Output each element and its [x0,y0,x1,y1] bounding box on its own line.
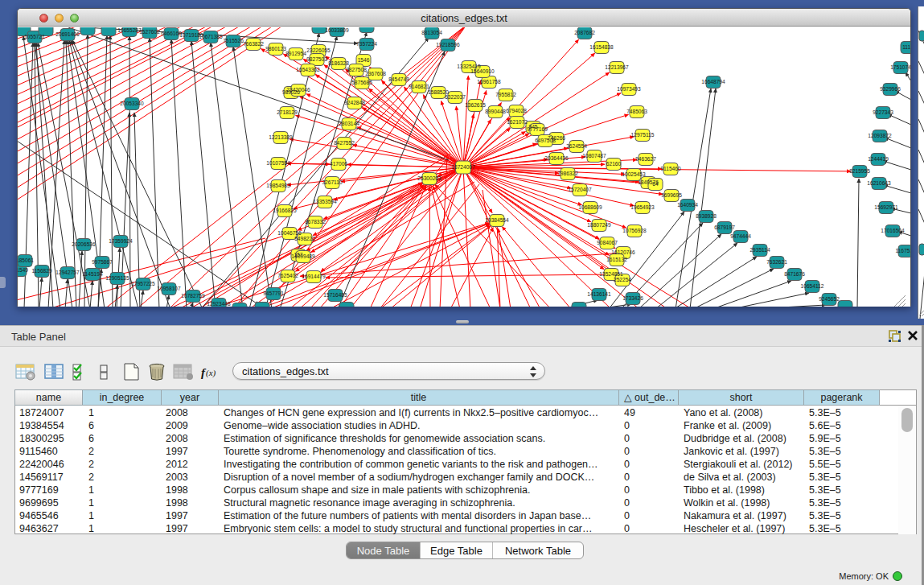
svg-text:12905135: 12905135 [105,275,129,281]
svg-text:16961758: 16961758 [477,79,501,84]
svg-text:2718129: 2718129 [277,109,298,115]
svg-text:7632621: 7632621 [766,259,787,265]
svg-text:18807249: 18807249 [587,222,611,228]
svg-text:10654112: 10654112 [801,283,824,289]
svg-text:3624554: 3624554 [566,143,587,149]
svg-text:9699695: 9699695 [661,192,682,198]
svg-text:1733426: 1733426 [622,295,643,301]
svg-text:10046756: 10046756 [277,230,302,236]
svg-text:2935114: 2935114 [749,247,770,253]
svg-text:10756928: 10756928 [622,228,647,233]
svg-text:1751074: 1751074 [890,64,910,70]
svg-text:2087682: 2087682 [574,30,595,35]
svg-text:1055721: 1055721 [24,34,45,39]
svg-text:12213967: 12213967 [605,64,629,70]
svg-text:6794028: 6794028 [506,108,527,113]
svg-text:13524851: 13524851 [599,271,623,277]
svg-text:10655287: 10655287 [117,27,142,33]
svg-text:2367608: 2367608 [365,71,386,76]
svg-text:19166825: 19166825 [273,208,297,213]
svg-text:9084067: 9084067 [597,240,618,245]
svg-text:185061: 185061 [18,257,34,263]
svg-text:12213389: 12213389 [269,134,293,140]
svg-text:8678332: 8678332 [305,219,326,225]
svg-text:3267110: 3267110 [322,179,343,185]
svg-text:9777169: 9777169 [527,126,548,132]
svg-text:10973493: 10973493 [617,86,641,92]
svg-text:9827508: 9827508 [346,67,367,72]
svg-text:8427552: 8427552 [334,140,355,146]
svg-text:20691406: 20691406 [55,31,80,37]
svg-text:8471676: 8471676 [784,271,805,277]
svg-text:16154838: 16154838 [589,44,614,50]
svg-text:7485063: 7485063 [626,109,647,114]
svg-text:9245652: 9245652 [819,296,840,302]
svg-text:10958107: 10958107 [157,286,181,291]
svg-text:8990448: 8990448 [485,109,506,114]
svg-text:1615132: 1615132 [606,257,627,262]
svg-text:7955812: 7955812 [495,92,516,97]
svg-text:8813054: 8813054 [421,30,442,35]
svg-text:16543362: 16543362 [296,67,320,72]
svg-text:9860123: 9860123 [265,46,286,51]
svg-text:6466160: 6466160 [161,31,182,36]
svg-text:14136141: 14136141 [587,291,611,297]
svg-text:(x): (x) [206,368,216,378]
svg-text:8186328: 8186328 [328,60,349,66]
svg-text:5498222: 5498222 [294,236,315,241]
svg-text:2803144: 2803144 [339,121,359,126]
svg-text:16782759: 16782759 [181,293,205,299]
svg-text:9146821: 9146821 [409,84,429,89]
svg-text:6879197: 6879197 [714,225,735,230]
svg-text:13353594: 13353594 [313,199,337,204]
svg-text:19384554: 19384554 [485,217,509,223]
svg-text:8215955: 8215955 [849,168,870,174]
svg-text:9463627: 9463627 [635,156,656,162]
svg-text:9115460: 9115460 [660,166,681,171]
svg-text:25300203: 25300203 [417,175,441,181]
svg-text:17957225: 17957225 [131,281,155,286]
svg-text:7515526: 7515526 [223,38,244,43]
svg-text:1156829: 1156829 [31,268,52,274]
svg-text:6497508: 6497508 [535,138,556,143]
svg-text:15716485: 15716485 [323,292,347,298]
svg-text:1362615: 1362615 [465,102,486,108]
svg-text:7625402: 7625402 [277,273,298,278]
svg-text:9457791: 9457791 [263,290,284,296]
svg-text:20364436: 20364436 [544,155,569,161]
svg-text:391549: 391549 [18,267,28,273]
svg-text:9242848: 9242848 [344,100,365,105]
svg-text:16648794: 16648794 [701,79,725,84]
svg-text:1546: 1546 [358,57,370,63]
svg-text:20053340: 20053340 [120,101,144,106]
svg-text:8454749: 8454749 [388,76,409,82]
svg-text:10025453: 10025453 [622,171,646,177]
svg-text:7663822: 7663822 [243,41,264,47]
svg-text:9474444: 9474444 [730,233,751,239]
svg-text:252254: 252254 [614,277,631,282]
svg-text:8912954: 8912954 [285,51,306,56]
svg-text:9975867: 9975867 [92,259,113,265]
svg-text:62160: 62160 [606,161,622,167]
svg-text:7357224: 7357224 [356,41,377,47]
svg-text:12923448: 12923448 [207,301,231,307]
svg-text:18724007: 18724007 [451,164,475,170]
svg-text:23226055: 23226055 [306,47,331,53]
svg-text:1167533: 1167533 [895,248,910,253]
svg-text:10807487: 10807487 [582,153,606,159]
svg-text:16120746: 16120746 [611,249,635,255]
svg-text:5875685: 5875685 [351,80,372,85]
svg-text:1640934: 1640934 [677,202,698,208]
svg-text:17359924: 17359924 [109,238,133,244]
svg-text:15692971: 15692971 [874,204,898,210]
svg-text:17016504: 17016504 [881,228,905,233]
svg-text:9329966: 9329966 [880,86,901,92]
svg-text:6322037: 6322037 [445,94,466,100]
svg-text:1621072: 1621072 [507,119,528,125]
svg-text:19218596: 19218596 [436,42,460,47]
svg-text:417006: 417006 [330,161,347,167]
svg-text:15640910: 15640910 [470,68,495,74]
svg-text:19654923: 19654923 [630,204,655,210]
svg-text:19854983: 19854983 [266,183,290,188]
svg-text:16033809: 16033809 [325,27,349,33]
